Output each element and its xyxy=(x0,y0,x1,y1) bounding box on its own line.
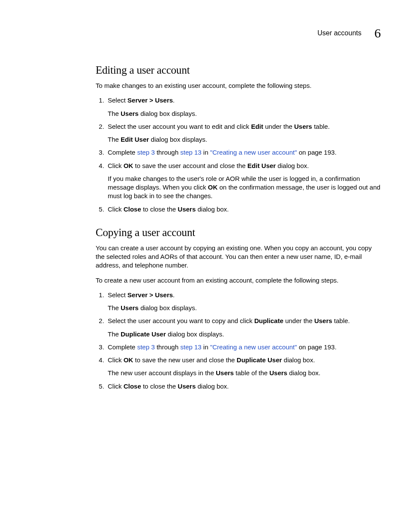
bold-text: Users xyxy=(216,369,234,376)
text: Complete xyxy=(108,343,137,351)
section-editing: Editing a user account To make changes t… xyxy=(96,64,381,214)
text: in xyxy=(202,149,210,156)
bold-text: Duplicate xyxy=(254,317,283,324)
text: table. xyxy=(332,317,350,324)
bold-text: OK xyxy=(124,356,134,364)
copying-intro2: To create a new user account from an exi… xyxy=(96,276,381,285)
text: Click xyxy=(108,162,124,169)
bold-text: Server > Users xyxy=(128,96,173,104)
bold-text: Users xyxy=(314,317,332,324)
text: dialog box displays. xyxy=(166,330,224,338)
bold-text: OK xyxy=(124,162,134,169)
text: dialog box. xyxy=(287,369,321,376)
text: through xyxy=(155,343,180,351)
editing-step-2: Select the user account you want to edit… xyxy=(106,122,381,144)
link-creating-account[interactable]: "Creating a new user account" xyxy=(210,343,297,351)
copying-step-4: Click OK to save the new user and close … xyxy=(106,356,381,378)
editing-intro: To make changes to an existing user acco… xyxy=(96,81,381,90)
text: on page 193. xyxy=(297,149,336,156)
text: Click xyxy=(108,383,124,390)
copying-step-1-sub: The Users dialog box displays. xyxy=(108,304,381,312)
copying-step-1: Select Server > Users. The Users dialog … xyxy=(106,291,381,313)
page: User accounts 6 Editing a user account T… xyxy=(0,0,411,429)
copying-step-2: Select the user account you want to copy… xyxy=(106,317,381,339)
section-title-editing: Editing a user account xyxy=(96,64,381,76)
bold-text: Users xyxy=(178,205,196,213)
copying-step-5: Click Close to close the Users dialog bo… xyxy=(106,382,381,391)
text: on page 193. xyxy=(297,343,336,351)
bold-text: Duplicate User xyxy=(121,330,166,338)
editing-step-1: Select Server > Users. The Users dialog … xyxy=(106,96,381,118)
bold-text: OK xyxy=(208,184,218,191)
text: dialog box. xyxy=(276,162,309,169)
editing-step-5: Click Close to close the Users dialog bo… xyxy=(106,205,381,214)
text: table of the xyxy=(234,369,270,376)
text: The xyxy=(108,136,121,143)
link-creating-account[interactable]: "Creating a new user account" xyxy=(210,149,297,156)
copying-step-3: Complete step 3 through step 13 in "Crea… xyxy=(106,343,381,352)
copying-step-2-sub: The Duplicate User dialog box displays. xyxy=(108,330,381,339)
section-copying: Copying a user account You can create a … xyxy=(96,227,381,391)
text: dialog box. xyxy=(196,205,229,213)
text: through xyxy=(155,149,180,156)
text: dialog box displays. xyxy=(139,304,197,311)
text: under the xyxy=(283,317,314,324)
text: The new user account displays in the xyxy=(108,369,216,376)
bold-text: Server > Users xyxy=(128,291,173,299)
text: The xyxy=(108,110,121,117)
text: . xyxy=(173,291,174,299)
header-title: User accounts xyxy=(318,29,361,37)
copying-step-4-sub: The new user account displays in the Use… xyxy=(108,369,381,377)
bold-text: Users xyxy=(121,304,139,311)
text: dialog box displays. xyxy=(149,136,207,143)
link-step13[interactable]: step 13 xyxy=(180,149,201,156)
link-step3[interactable]: step 3 xyxy=(137,149,155,156)
bold-text: Users xyxy=(121,110,139,117)
text: The xyxy=(108,304,121,311)
link-step3[interactable]: step 3 xyxy=(137,343,155,351)
text: dialog box. xyxy=(196,383,229,390)
editing-step-2-sub: The Edit User dialog box displays. xyxy=(108,135,381,144)
text: to close the xyxy=(141,383,178,390)
bold-text: Users xyxy=(178,383,196,390)
page-header: User accounts 6 xyxy=(30,26,381,40)
editing-step-4: Click OK to save the user account and cl… xyxy=(106,162,381,201)
text: . xyxy=(173,96,174,104)
text: to save the new user and close the xyxy=(133,356,237,364)
text: Complete xyxy=(108,149,137,156)
bold-text: Edit xyxy=(251,123,263,130)
bold-text: Duplicate User xyxy=(237,356,282,364)
text: Select xyxy=(108,96,128,104)
editing-steps: Select Server > Users. The Users dialog … xyxy=(96,96,381,214)
text: Select the user account you want to edit… xyxy=(108,123,251,130)
chapter-number: 6 xyxy=(374,26,381,40)
text: Click xyxy=(108,205,124,213)
editing-step-1-sub: The Users dialog box displays. xyxy=(108,109,381,118)
bold-text: Close xyxy=(124,205,141,213)
text: in xyxy=(202,343,210,351)
text: under the xyxy=(263,123,294,130)
bold-text: Close xyxy=(124,383,141,390)
text: Select xyxy=(108,291,128,299)
bold-text: Edit User xyxy=(247,162,276,169)
text: Click xyxy=(108,356,124,364)
text: to close the xyxy=(141,205,178,213)
bold-text: Users xyxy=(269,369,287,376)
text: table. xyxy=(312,123,330,130)
copying-intro1: You can create a user account by copying… xyxy=(96,244,381,270)
section-title-copying: Copying a user account xyxy=(96,227,381,239)
text: dialog box displays. xyxy=(139,110,197,117)
text: Select the user account you want to copy… xyxy=(108,317,254,324)
editing-step-3: Complete step 3 through step 13 in "Crea… xyxy=(106,148,381,157)
link-step13[interactable]: step 13 xyxy=(180,343,201,351)
copying-steps: Select Server > Users. The Users dialog … xyxy=(96,291,381,391)
text: dialog box. xyxy=(282,356,315,364)
editing-step-4-sub: If you make changes to the user's role o… xyxy=(108,174,381,201)
bold-text: Users xyxy=(294,123,312,130)
text: The xyxy=(108,330,121,338)
text: to save the user account and close the xyxy=(133,162,247,169)
bold-text: Edit User xyxy=(121,136,149,143)
